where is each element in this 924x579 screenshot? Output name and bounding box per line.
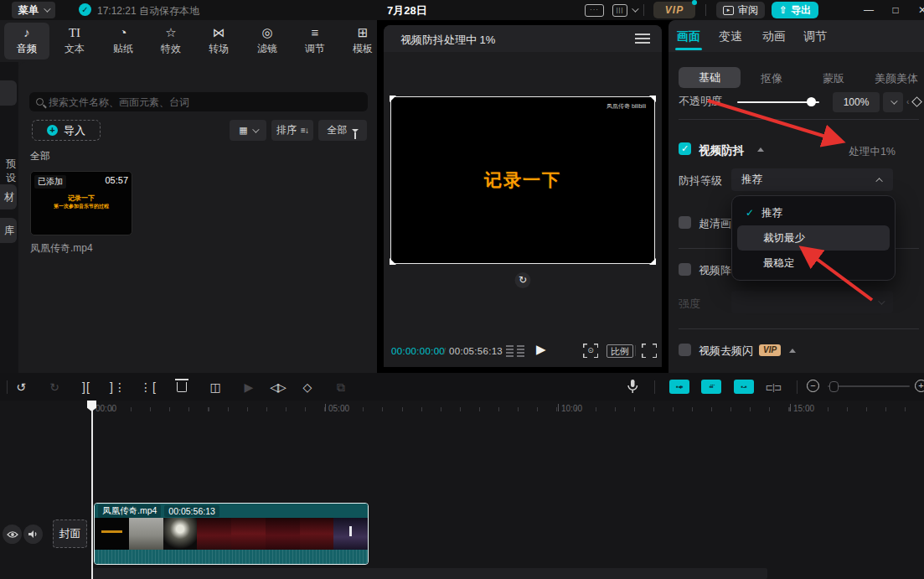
delete-left-button[interactable]: ]⋮: [109, 378, 127, 396]
tab-adjust[interactable]: ≡ 调节: [292, 23, 338, 59]
dropdown-option-most-stable[interactable]: 最稳定: [737, 251, 890, 276]
rotate-button[interactable]: ◇: [298, 378, 317, 396]
deflicker-checkbox[interactable]: [679, 344, 691, 356]
tab-text[interactable]: TI 文本: [52, 23, 97, 59]
clip-name: 凤凰传奇.mp4: [98, 504, 161, 518]
shortcut-keyboard-icon[interactable]: ···: [585, 4, 604, 17]
minimize-button[interactable]: —: [857, 0, 880, 20]
timeline-clip[interactable]: 凤凰传奇.mp4 00:05:56:13: [94, 503, 369, 565]
selection-handle[interactable]: [649, 96, 656, 102]
dropdown-option-recommended[interactable]: ✓ 推荐: [737, 200, 890, 225]
keyframe-icon[interactable]: [911, 96, 922, 107]
stabilize-checkbox[interactable]: ✓: [679, 142, 691, 155]
side-nav-presets[interactable]: 预设: [0, 157, 18, 185]
freeze-frame-button[interactable]: ◫: [206, 378, 225, 396]
strength-select[interactable]: [731, 291, 893, 313]
preview-axis-toggle[interactable]: ⊏|⊐: [764, 378, 782, 396]
delete-button[interactable]: [177, 382, 187, 392]
maximize-button[interactable]: □: [884, 0, 907, 20]
subtab-beauty[interactable]: 美颜美体: [875, 71, 918, 86]
import-button[interactable]: + 导入: [32, 120, 101, 141]
selection-handle[interactable]: [390, 258, 396, 265]
timeline-zoom-slider[interactable]: [828, 385, 910, 387]
layout-chevron-icon[interactable]: [632, 5, 638, 12]
tab-speed[interactable]: 变速: [719, 29, 742, 44]
zoom-in-button[interactable]: +: [915, 380, 924, 392]
export-button[interactable]: ⇧ 导出: [772, 2, 818, 18]
keyframe-prev-icon[interactable]: ‹: [906, 97, 909, 106]
record-voiceover-icon[interactable]: [626, 379, 639, 395]
sort-button[interactable]: 排序 ≡↓: [271, 120, 313, 141]
search-input[interactable]: [49, 96, 361, 108]
main-track-magnet-toggle[interactable]: ▪◂▪: [669, 380, 689, 394]
opacity-stepper[interactable]: [883, 92, 903, 112]
selection-handle[interactable]: [649, 258, 656, 265]
auto-snap-toggle[interactable]: ▪̈▪̈: [701, 380, 721, 394]
chevron-down-icon: [878, 297, 885, 304]
cover-button[interactable]: 封面: [53, 520, 87, 548]
tab-transitions[interactable]: ⋈ 转场: [196, 23, 241, 59]
split-button[interactable]: ][: [77, 378, 95, 396]
selection-handle[interactable]: [390, 96, 396, 102]
tab-animation[interactable]: 动画: [762, 29, 786, 44]
divider: [797, 380, 798, 394]
tab-templates[interactable]: ⊞ 模板: [340, 23, 385, 59]
delete-right-button[interactable]: ⋮[: [139, 378, 157, 396]
crop-button[interactable]: ⧉: [332, 378, 350, 396]
play-button[interactable]: ▶: [536, 342, 546, 357]
media-item-thumbnail[interactable]: 已添加 05:57 记录一下 第一次参加音乐节的过程: [30, 171, 132, 235]
collapse-triangle-icon[interactable]: [757, 147, 764, 152]
dropdown-option-min-crop[interactable]: 裁切最少: [737, 225, 890, 251]
hd-checkbox[interactable]: [679, 216, 691, 229]
fullscreen-icon[interactable]: [642, 344, 657, 358]
reverse-button[interactable]: ▶: [240, 378, 258, 396]
fit-zoom-icon[interactable]: ⊙: [583, 344, 598, 358]
mirror-button[interactable]: ◁▷: [268, 378, 286, 396]
tab-sticker[interactable]: ◔ 贴纸: [101, 23, 146, 59]
tab-adjust[interactable]: 调节: [803, 29, 827, 44]
close-button[interactable]: ✕: [911, 0, 924, 20]
stabilize-level-select[interactable]: 推荐: [731, 168, 893, 191]
opacity-value[interactable]: 100%: [833, 92, 880, 112]
side-nav-material[interactable]: 材: [0, 184, 17, 209]
playhead[interactable]: [91, 401, 93, 579]
frame-step-icon[interactable]: [506, 345, 524, 357]
collapse-triangle-icon[interactable]: [789, 349, 796, 353]
layout-switch-icon[interactable]: |||: [612, 4, 627, 17]
tab-filters[interactable]: ◎ 滤镜: [245, 23, 290, 59]
opacity-slider-handle[interactable]: [807, 97, 816, 106]
tab-picture[interactable]: 画面: [677, 29, 700, 44]
hamburger-menu-icon[interactable]: [635, 34, 650, 44]
aspect-ratio-button[interactable]: 比例: [607, 344, 633, 358]
track-mute-toggle[interactable]: [23, 525, 43, 544]
timeline-scrollbar[interactable]: [92, 568, 767, 579]
link-toggle[interactable]: ▪-▪: [734, 380, 754, 394]
vip-button[interactable]: VIP: [653, 2, 695, 18]
track-visibility-toggle[interactable]: [3, 525, 22, 544]
search-bar[interactable]: [29, 92, 368, 111]
rotate-handle-icon[interactable]: ↻: [515, 272, 531, 288]
redo-button[interactable]: ↻: [45, 378, 64, 396]
timeline-ruler[interactable]: 00:00 05:00 10:00 15:00: [0, 401, 924, 419]
subtab-mask[interactable]: 蒙版: [823, 71, 844, 86]
denoise-checkbox[interactable]: [679, 263, 691, 276]
undo-button[interactable]: ↺: [12, 378, 30, 396]
view-mode-button[interactable]: ▦: [230, 120, 266, 141]
filmstrip-frame: [197, 518, 231, 550]
timeline-zoom-handle[interactable]: [829, 381, 839, 392]
video-viewport[interactable]: 记录一下 凤凰传奇 bilibili: [390, 96, 655, 264]
side-nav-selected[interactable]: [0, 80, 17, 106]
tool-label: 贴纸: [113, 42, 133, 56]
filter-button[interactable]: 全部: [318, 120, 367, 141]
tab-audio[interactable]: ♪ 音频: [4, 23, 49, 59]
added-badge: 已添加: [34, 175, 66, 189]
menu-button[interactable]: 菜单: [12, 2, 55, 18]
subtab-cutout[interactable]: 抠像: [761, 71, 782, 86]
tab-effects[interactable]: ☆ 特效: [148, 23, 194, 59]
subtab-basic[interactable]: 基础: [679, 67, 741, 88]
review-button[interactable]: ▸ 审阅: [716, 2, 765, 18]
zoom-out-button[interactable]: −: [807, 380, 819, 392]
side-nav-library[interactable]: 库: [0, 218, 17, 243]
option-label: 推荐: [761, 206, 782, 220]
clip-audio-track: [95, 550, 368, 564]
